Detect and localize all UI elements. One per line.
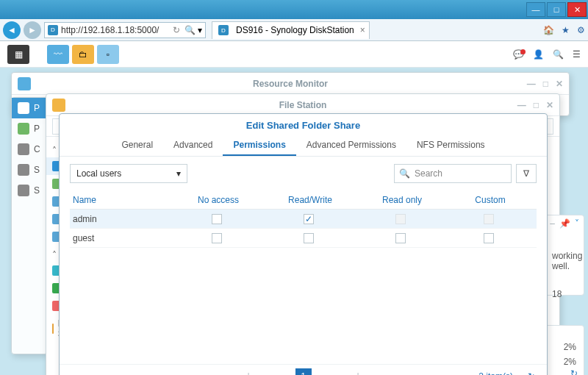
select-value: Local users: [76, 168, 121, 179]
col-read-write[interactable]: Read/Write: [261, 195, 356, 205]
site-favicon: D: [48, 25, 58, 35]
pct-label: 2%: [552, 357, 576, 367]
user-type-select[interactable]: Local users ▾: [70, 164, 187, 183]
tab-title: DS916 - Synology DiskStation: [236, 25, 354, 35]
toolbar-search-icon[interactable]: 🔍: [553, 49, 564, 60]
browser-tab[interactable]: D DS916 - Synology DiskStation ×: [212, 21, 370, 39]
grid-header: Name No access Read/Write Read only Cust…: [70, 190, 537, 210]
cp-item[interactable]: S: [12, 160, 47, 180]
address-bar[interactable]: D http://192.168.1.18:5000/ ↻ 🔍 ▾: [44, 22, 206, 38]
col-custom[interactable]: Custom: [445, 195, 533, 205]
cell-name: guest: [70, 233, 173, 243]
tab-favicon: D: [218, 25, 229, 35]
os-minimize-button[interactable]: —: [526, 2, 545, 17]
chevron-down-icon: ▾: [176, 168, 181, 179]
tab-close-icon[interactable]: ×: [360, 25, 365, 35]
pager-current[interactable]: 1: [295, 368, 312, 376]
tab-general[interactable]: General: [111, 135, 163, 156]
rm-title: Resource Monitor: [253, 79, 328, 89]
checkbox-read-write[interactable]: [304, 233, 314, 243]
checkbox-read-only[interactable]: [395, 214, 406, 224]
tab-advanced-permissions[interactable]: Advanced Permissions: [296, 135, 406, 156]
dialog-tabs: General Advanced Permissions Advanced Pe…: [60, 135, 547, 157]
grid-row[interactable]: guest: [70, 229, 537, 248]
cell-name: admin: [70, 214, 173, 224]
tab-advanced[interactable]: Advanced: [163, 135, 223, 156]
tab-nfs-permissions[interactable]: NFS Permissions: [406, 135, 495, 156]
pin-icon[interactable]: –: [550, 218, 555, 229]
pin-icon[interactable]: 📌: [559, 218, 570, 229]
pilot-view-icon[interactable]: ☰: [573, 49, 581, 60]
dialog-title: Edit Shared Folder Share: [60, 114, 547, 135]
resource-widget: 2% 2% ↻: [544, 325, 584, 375]
search-icon[interactable]: 🔍 ▾: [184, 25, 202, 35]
cp-item[interactable]: C: [12, 139, 47, 160]
permissions-grid: Name No access Read/Write Read only Cust…: [60, 190, 547, 248]
tools-icon[interactable]: ⚙: [577, 25, 585, 35]
forward-button[interactable]: ►: [24, 21, 41, 39]
file-station-icon[interactable]: 🗀: [72, 45, 94, 64]
date-text: 18: [552, 289, 576, 299]
cp-item[interactable]: P: [12, 118, 47, 139]
fs-window-icon: [52, 99, 65, 112]
url-text: http://192.168.1.18:5000/: [61, 25, 168, 35]
pager-prev-icon[interactable]: ◂◂: [270, 371, 279, 376]
favorites-icon[interactable]: ★: [562, 25, 570, 35]
checkbox-custom[interactable]: [484, 214, 494, 224]
pager: |◂ ◂◂ 1 ▸▸ ▸| 2 item(s) ↻: [60, 364, 547, 375]
browser-toolbar: ◄ ► D http://192.168.1.18:5000/ ↻ 🔍 ▾ D …: [0, 19, 588, 41]
pager-next-icon[interactable]: ▸▸: [328, 371, 337, 376]
refresh-icon[interactable]: ↻: [173, 25, 180, 35]
checkbox-no-access[interactable]: [212, 214, 222, 224]
chat-icon[interactable]: 💬: [513, 49, 524, 60]
pager-first-icon[interactable]: |◂: [247, 371, 254, 376]
dsm-toolbar: ▦ 〰 🗀 ▫ 💬 👤 🔍 ☰: [0, 41, 588, 68]
system-health-widget: –📌˅ working well. 18: [544, 215, 584, 296]
fs-max-icon[interactable]: □: [534, 100, 539, 110]
pct-label: 2%: [552, 342, 576, 352]
browser-right-tools: 🏠 ★ ⚙: [543, 25, 585, 35]
fs-min-icon[interactable]: —: [517, 100, 526, 110]
checkbox-no-access[interactable]: [212, 233, 222, 243]
cp-item[interactable]: P: [12, 98, 47, 118]
grid-row[interactable]: admin ✓: [70, 210, 537, 229]
fs-close-icon[interactable]: ✕: [546, 100, 553, 110]
checkbox-read-write[interactable]: ✓: [304, 214, 314, 224]
main-menu-button[interactable]: ▦: [7, 45, 29, 64]
os-titlebar: — □ ✕: [0, 0, 588, 19]
search-input[interactable]: 🔍 Search: [394, 164, 512, 183]
col-read-only[interactable]: Read only: [356, 195, 445, 205]
pager-last-icon[interactable]: ▸|: [353, 371, 359, 376]
user-icon[interactable]: 👤: [533, 49, 544, 60]
pager-count: 2 item(s): [478, 371, 513, 376]
os-close-button[interactable]: ✕: [567, 2, 587, 17]
rm-max-icon[interactable]: □: [543, 79, 548, 89]
fs-title: File Station: [279, 100, 327, 110]
rm-window-icon: [18, 77, 31, 90]
health-text: working well.: [552, 251, 576, 271]
checkbox-custom[interactable]: [484, 233, 494, 243]
refresh-icon[interactable]: ↻: [570, 368, 578, 375]
app-icon[interactable]: ▫: [97, 45, 119, 64]
pager-refresh-icon[interactable]: ↻: [528, 371, 535, 376]
search-icon: 🔍: [399, 168, 410, 179]
col-name[interactable]: Name: [70, 195, 173, 205]
chevron-down-icon[interactable]: ˅: [575, 218, 579, 229]
filter-button[interactable]: ∇: [516, 164, 537, 183]
rm-min-icon[interactable]: —: [527, 79, 536, 89]
rm-close-icon[interactable]: ✕: [556, 79, 563, 89]
back-button[interactable]: ◄: [3, 21, 21, 39]
tab-permissions[interactable]: Permissions: [223, 135, 295, 156]
checkbox-read-only[interactable]: [395, 233, 406, 243]
cp-item[interactable]: S: [12, 180, 47, 201]
os-maximize-button[interactable]: □: [547, 2, 566, 17]
home-icon[interactable]: 🏠: [543, 25, 554, 35]
edit-shared-folder-dialog: Edit Shared Folder Share General Advance…: [59, 113, 548, 375]
col-no-access[interactable]: No access: [173, 195, 261, 205]
resource-monitor-icon[interactable]: 〰: [47, 45, 69, 64]
search-placeholder: Search: [415, 168, 442, 179]
control-panel-window: P P C S S: [11, 97, 48, 354]
